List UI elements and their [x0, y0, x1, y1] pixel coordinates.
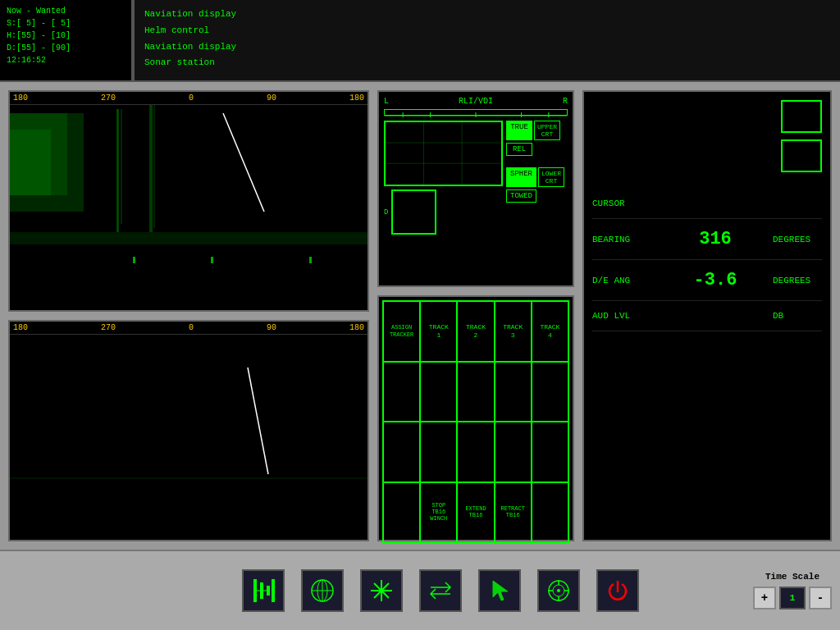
- sonar-bottom-canvas: [10, 335, 368, 536]
- aud-lvl-label: AUD LVL: [592, 311, 658, 321]
- power-icon-btn[interactable]: [596, 569, 639, 612]
- menu-item-4[interactable]: Sonar station: [144, 55, 830, 71]
- toolbar-left-area: [8, 551, 135, 630]
- svg-rect-11: [211, 257, 213, 263]
- svg-rect-23: [386, 122, 501, 185]
- tracker-cell-r4c1: [383, 482, 420, 543]
- status-line-4: D:[55] - [90]: [7, 42, 125, 54]
- time-scale-plus-button[interactable]: +: [753, 587, 776, 609]
- scale-0: 0: [189, 94, 194, 103]
- tracker-track1-header[interactable]: TRACK1: [420, 301, 457, 362]
- middle-column: L RLI/VDI R: [377, 90, 574, 541]
- tracker-track3-header[interactable]: TRACK3: [495, 301, 532, 362]
- corner-box-bottom: [781, 139, 822, 172]
- de-ang-label: D/E ANG: [592, 276, 658, 285]
- svg-rect-10: [133, 257, 135, 263]
- tracker-grid: ASSIGNTRACKER TRACK1 TRACK2 TRACK3 TRACK…: [382, 300, 569, 543]
- exchange-icon-btn[interactable]: [419, 569, 462, 612]
- time-scale-label: Time Scale: [765, 572, 819, 582]
- towed-button[interactable]: TOWED: [506, 189, 536, 203]
- scale-90: 90: [267, 94, 276, 103]
- status-line-2: S:[ 5] - [ 5]: [7, 17, 125, 30]
- rli-content: D TRUE UPPERCRT REL: [384, 121, 568, 235]
- rli-rel-row: REL: [506, 143, 568, 156]
- sonar-top-scale: 180 270 0 90 180: [10, 92, 368, 105]
- tracker-track4-header[interactable]: TRACK4: [532, 301, 568, 362]
- tracker-retract-tb16[interactable]: RETRACTTB16: [495, 482, 532, 543]
- cursor-label: CURSOR: [592, 199, 658, 208]
- sonar-bottom-scale: 180 270 0 90 180: [10, 322, 368, 335]
- tracker-cell-r3c1: [383, 422, 420, 482]
- status-time: 12:16:52: [7, 54, 125, 66]
- svg-rect-3: [10, 130, 51, 195]
- de-ang-value: -3.6: [666, 270, 765, 290]
- waveform-icon-btn[interactable]: [242, 569, 285, 612]
- tracker-assign-header[interactable]: ASSIGNTRACKER: [383, 301, 420, 362]
- svg-rect-45: [426, 576, 455, 605]
- aud-lvl-unit: DB: [773, 311, 822, 321]
- globe-icon-btn[interactable]: [301, 569, 344, 612]
- rli-left-section: D: [384, 121, 503, 235]
- scale-180-right: 180: [349, 94, 364, 103]
- true-button[interactable]: TRUE: [506, 121, 532, 140]
- tracker-extend-tb16[interactable]: EXTENDTB16: [457, 482, 494, 543]
- svg-point-50: [557, 589, 560, 592]
- scale-90-b: 90: [267, 323, 276, 332]
- main-area: 180 270 0 90 180: [0, 82, 840, 550]
- svg-rect-4: [116, 109, 119, 232]
- cursor-icon-btn[interactable]: [478, 569, 521, 612]
- svg-rect-9: [10, 232, 368, 244]
- scale-180-right-b: 180: [349, 323, 364, 332]
- rli-scale-bar: [384, 109, 568, 116]
- scale-270: 270: [101, 94, 116, 103]
- top-bar: Now - Wanted S:[ 5] - [ 5] H:[55] - [10]…: [0, 0, 840, 82]
- toolbar: Time Scale + 1 -: [0, 550, 840, 630]
- tracker-stop-tb16-winch[interactable]: STOPTB16WINCH: [420, 482, 457, 543]
- toolbar-icons-group: [135, 569, 745, 612]
- scale-180-left-b: 180: [13, 323, 28, 332]
- scale-180-left: 180: [13, 94, 28, 103]
- rli-towed-row: TOWED: [506, 189, 568, 203]
- svg-rect-6: [149, 105, 153, 232]
- svg-rect-12: [309, 257, 312, 263]
- sonar-top-canvas: [10, 105, 368, 307]
- rli-panel: L RLI/VDI R: [377, 90, 574, 287]
- menu-item-1[interactable]: Naviation display: [144, 7, 830, 23]
- de-ang-unit: DEGREES: [773, 276, 822, 285]
- lower-crt-label: LOWERCRT: [538, 167, 564, 187]
- aud-lvl-row: AUD LVL DB: [592, 301, 822, 331]
- svg-rect-5: [121, 109, 122, 224]
- rli-title: RLI/VDI: [459, 97, 493, 106]
- signal-icon-btn[interactable]: [360, 569, 403, 612]
- de-ang-row: D/E ANG -3.6 DEGREES: [592, 260, 822, 301]
- cursor-row: CURSOR: [592, 189, 822, 219]
- rel-button[interactable]: REL: [506, 143, 532, 156]
- time-scale-value: 1: [779, 587, 806, 609]
- rli-spacer: [506, 158, 568, 165]
- tracker-cell-r3c3: [457, 422, 494, 482]
- time-scale-minus-button[interactable]: -: [809, 587, 832, 609]
- tracker-cell-r4c5: [532, 482, 568, 543]
- sonar-panel-bottom: 180 270 0 90 180: [8, 320, 369, 541]
- time-scale-controls: + 1 -: [753, 587, 832, 609]
- rli-header: L RLI/VDI R: [384, 97, 568, 106]
- menu-item-3[interactable]: Naviation display: [144, 39, 830, 56]
- scale-0-b: 0: [189, 323, 194, 332]
- menu-panel: Naviation display Helm control Naviation…: [135, 0, 840, 80]
- bearing-unit: DEGREES: [773, 235, 822, 244]
- tracker-cell-r3c2: [420, 422, 457, 482]
- menu-item-2[interactable]: Helm control: [144, 23, 830, 39]
- tracker-track2-header[interactable]: TRACK2: [457, 301, 494, 362]
- rli-left-label: L: [384, 97, 389, 106]
- bearing-value: 316: [666, 229, 765, 249]
- tracker-cell-r2c1: [383, 362, 420, 422]
- rli-d-label: D: [384, 208, 388, 217]
- status-panel: Now - Wanted S:[ 5] - [ 5] H:[55] - [10]…: [0, 0, 131, 80]
- corner-box-top: [781, 100, 822, 133]
- target-icon-btn[interactable]: [537, 569, 580, 612]
- status-line-3: H:[55] - [10]: [7, 30, 125, 42]
- sonar-panel-top: 180 270 0 90 180: [8, 90, 369, 312]
- tracker-cell-r3c4: [495, 422, 532, 482]
- spher-button[interactable]: SPHER: [506, 167, 536, 187]
- time-scale-control: Time Scale + 1 -: [753, 572, 832, 609]
